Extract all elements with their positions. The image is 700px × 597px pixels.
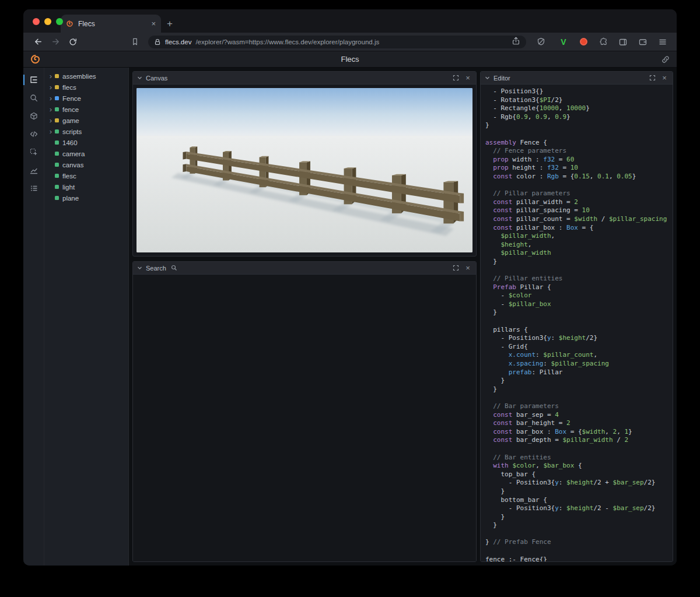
code-line: $pillar_width bbox=[485, 249, 673, 258]
window-minimize-button[interactable] bbox=[44, 18, 51, 25]
stats-icon[interactable] bbox=[23, 164, 44, 177]
tree-item-canvas[interactable]: canvas bbox=[44, 159, 128, 170]
code-line: } bbox=[485, 377, 673, 385]
entity-color-square bbox=[55, 196, 59, 200]
code-line: assembly Fence { bbox=[485, 139, 673, 148]
flecs-favicon bbox=[66, 20, 74, 27]
expand-chevron-icon[interactable]: › bbox=[48, 118, 54, 124]
red-extension-icon[interactable] bbox=[576, 35, 590, 49]
browser-tab[interactable]: Flecs × bbox=[61, 15, 161, 33]
tree-item-label: flecs bbox=[62, 84, 76, 91]
expand-panel-icon[interactable] bbox=[451, 264, 460, 273]
close-panel-icon[interactable]: × bbox=[464, 264, 472, 272]
forward-arrow-icon bbox=[51, 37, 61, 47]
tree-item-label: canvas bbox=[62, 161, 83, 168]
tree-item-scripts[interactable]: ›scripts bbox=[44, 126, 128, 137]
code-line bbox=[485, 394, 673, 402]
tree-item-Fence[interactable]: ›Fence bbox=[44, 93, 128, 104]
expand-chevron-icon[interactable]: › bbox=[48, 85, 54, 90]
search-icon[interactable] bbox=[23, 92, 44, 104]
code-line: x.count: $pillar_count, bbox=[485, 351, 673, 360]
reload-button[interactable] bbox=[65, 34, 80, 50]
inspect-icon[interactable] bbox=[23, 146, 44, 159]
code-line: // Pillar parameters bbox=[485, 189, 673, 198]
tree-item-flecs[interactable]: ›flecs bbox=[44, 82, 128, 93]
app-header: Flecs bbox=[23, 51, 677, 68]
code-line: - Position3{y: $height/2 - $bar_sep/2} bbox=[485, 504, 673, 513]
sidebar-toggle-icon[interactable] bbox=[616, 35, 630, 49]
expand-chevron-icon[interactable]: › bbox=[48, 107, 54, 113]
code-line: $height, bbox=[485, 241, 673, 250]
code-line bbox=[485, 547, 673, 556]
tree-item-fence[interactable]: ›fence bbox=[44, 104, 128, 115]
tree-item-label: game bbox=[62, 117, 79, 124]
back-button[interactable] bbox=[30, 34, 46, 50]
entity-color-square bbox=[55, 96, 59, 100]
tab-close-icon[interactable]: × bbox=[151, 20, 156, 27]
tree-item-flesc[interactable]: flesc bbox=[44, 170, 128, 181]
code-line: Prefab Pillar { bbox=[485, 283, 673, 292]
canvas-3d-viewport[interactable] bbox=[136, 88, 473, 252]
expand-chevron-icon[interactable]: › bbox=[48, 73, 54, 79]
tree-item-assemblies[interactable]: ›assemblies bbox=[44, 71, 128, 82]
expand-chevron-icon[interactable]: › bbox=[48, 129, 54, 135]
code-line: } bbox=[485, 121, 673, 130]
tree-item-game[interactable]: ›game bbox=[44, 115, 128, 126]
code-line: prefab: Pillar bbox=[485, 368, 673, 377]
tree-item-label: 1460 bbox=[62, 139, 78, 146]
reload-icon bbox=[68, 37, 78, 47]
share-icon[interactable] bbox=[512, 36, 520, 47]
code-line: - Rectangle{10000, 10000} bbox=[485, 104, 673, 113]
window-zoom-button[interactable] bbox=[56, 18, 63, 25]
browser-toolbar: flecs.dev/explorer/?wasm=https://www.fle… bbox=[23, 33, 677, 51]
code-icon[interactable] bbox=[23, 128, 44, 141]
tree-item-label: camera bbox=[62, 150, 85, 157]
tree-item-plane[interactable]: plane bbox=[44, 192, 128, 203]
window-close-button[interactable] bbox=[33, 18, 40, 25]
wallet-icon[interactable] bbox=[636, 35, 650, 49]
code-line: - Rotation3{$PI/2} bbox=[485, 96, 673, 105]
new-tab-button[interactable]: + bbox=[161, 15, 178, 33]
chevron-down-icon[interactable] bbox=[137, 265, 142, 271]
tree-item-label: flesc bbox=[62, 173, 76, 180]
chevron-down-icon[interactable] bbox=[137, 75, 142, 80]
queries-icon[interactable] bbox=[23, 182, 44, 195]
tree-item-camera[interactable]: camera bbox=[44, 148, 128, 159]
forward-button[interactable] bbox=[48, 34, 63, 50]
close-panel-icon[interactable]: × bbox=[464, 74, 472, 82]
menu-icon[interactable] bbox=[656, 35, 670, 49]
tree-item-light[interactable]: light bbox=[44, 181, 128, 192]
editor-code[interactable]: - Position3{} - Rotation3{$PI/2} - Recta… bbox=[481, 85, 673, 561]
code-line bbox=[485, 266, 673, 275]
code-line: prop width : f32 = 60 bbox=[485, 156, 673, 164]
chevron-down-icon[interactable] bbox=[485, 75, 490, 80]
expand-panel-icon[interactable] bbox=[451, 73, 460, 83]
code-line bbox=[485, 181, 673, 190]
bookmark-icon[interactable] bbox=[127, 34, 142, 50]
extensions-puzzle-icon[interactable] bbox=[596, 35, 610, 49]
cube-icon[interactable] bbox=[23, 110, 44, 122]
entity-color-square bbox=[55, 141, 59, 145]
tree-item-label: fence bbox=[62, 106, 79, 113]
tree-icon[interactable] bbox=[23, 73, 44, 86]
app-title: Flecs bbox=[341, 55, 359, 64]
share-link-icon[interactable] bbox=[662, 55, 670, 66]
expand-chevron-icon[interactable]: › bbox=[48, 96, 54, 101]
address-bar[interactable]: flecs.dev/explorer/?wasm=https://www.fle… bbox=[148, 36, 526, 48]
code-line: // Fence parameters bbox=[485, 147, 673, 156]
expand-panel-icon[interactable] bbox=[648, 73, 657, 83]
code-line: } // Prefab Fence bbox=[485, 538, 673, 547]
shield-icon[interactable] bbox=[533, 34, 548, 50]
panel-grid: Canvas × bbox=[129, 68, 677, 566]
code-line: const pillar_width = 2 bbox=[485, 198, 673, 207]
entity-color-square bbox=[55, 107, 59, 111]
code-line: pillars { bbox=[485, 326, 673, 335]
v-extension-icon[interactable]: V bbox=[556, 35, 570, 49]
close-panel-icon[interactable]: × bbox=[660, 74, 668, 82]
tree-item-1460[interactable]: 1460 bbox=[44, 137, 128, 148]
code-line: - Position3{} bbox=[485, 87, 673, 96]
canvas-panel: Canvas × bbox=[132, 71, 477, 257]
code-line: const bar_box : Box = {$width, 2, 1} bbox=[485, 428, 673, 437]
editor-panel-title: Editor bbox=[494, 75, 510, 82]
tree-item-label: Fence bbox=[62, 95, 81, 102]
